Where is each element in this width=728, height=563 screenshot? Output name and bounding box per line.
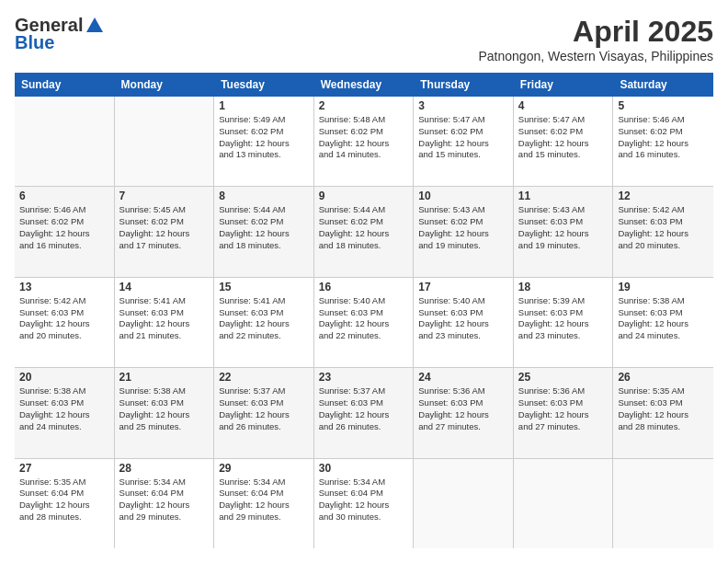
calendar-cell: 2Sunrise: 5:48 AM Sunset: 6:02 PM Daylig… [314, 97, 415, 186]
day-number: 10 [418, 190, 508, 202]
day-info: Sunrise: 5:36 AM Sunset: 6:03 PM Dayligh… [518, 385, 609, 432]
day-info: Sunrise: 5:41 AM Sunset: 6:03 PM Dayligh… [219, 295, 309, 342]
calendar-cell: 5Sunrise: 5:46 AM Sunset: 6:02 PM Daylig… [613, 97, 713, 186]
day-number: 15 [219, 281, 309, 293]
day-number: 2 [319, 99, 409, 112]
calendar-cell: 22Sunrise: 5:37 AM Sunset: 6:03 PM Dayli… [214, 368, 314, 457]
day-number: 5 [618, 99, 709, 112]
day-info: Sunrise: 5:37 AM Sunset: 6:03 PM Dayligh… [219, 385, 309, 432]
day-number: 9 [319, 190, 409, 202]
day-info: Sunrise: 5:43 AM Sunset: 6:02 PM Dayligh… [418, 204, 508, 251]
day-info: Sunrise: 5:42 AM Sunset: 6:03 PM Dayligh… [19, 295, 109, 342]
day-info: Sunrise: 5:44 AM Sunset: 6:02 PM Dayligh… [319, 204, 409, 251]
day-number: 25 [518, 371, 609, 384]
calendar-cell [514, 459, 614, 548]
main-container: General Blue April 2025 Patnongon, Weste… [0, 0, 728, 563]
calendar-cell: 13Sunrise: 5:42 AM Sunset: 6:03 PM Dayli… [15, 278, 115, 367]
calendar-cell: 27Sunrise: 5:35 AM Sunset: 6:04 PM Dayli… [15, 459, 115, 548]
day-number: 16 [319, 281, 409, 293]
day-number: 30 [319, 462, 409, 475]
header-day-thursday: Thursday [414, 73, 514, 97]
calendar-header: SundayMondayTuesdayWednesdayThursdayFrid… [15, 73, 713, 97]
day-info: Sunrise: 5:41 AM Sunset: 6:03 PM Dayligh… [119, 295, 210, 342]
day-info: Sunrise: 5:34 AM Sunset: 6:04 PM Dayligh… [219, 477, 309, 523]
calendar-week-5: 27Sunrise: 5:35 AM Sunset: 6:04 PM Dayli… [15, 459, 713, 548]
calendar-cell [414, 459, 514, 548]
calendar-cell [15, 97, 115, 186]
day-number: 19 [618, 281, 709, 293]
calendar-cell: 10Sunrise: 5:43 AM Sunset: 6:02 PM Dayli… [414, 187, 514, 276]
calendar-cell: 8Sunrise: 5:44 AM Sunset: 6:02 PM Daylig… [214, 187, 314, 276]
day-number: 28 [119, 462, 210, 475]
calendar-cell: 12Sunrise: 5:42 AM Sunset: 6:03 PM Dayli… [613, 187, 713, 276]
day-number: 4 [518, 99, 609, 112]
calendar-cell [613, 459, 713, 548]
calendar-cell: 14Sunrise: 5:41 AM Sunset: 6:03 PM Dayli… [115, 278, 215, 367]
title-block: April 2025 Patnongon, Western Visayas, P… [478, 15, 713, 63]
day-info: Sunrise: 5:43 AM Sunset: 6:03 PM Dayligh… [518, 204, 609, 251]
day-info: Sunrise: 5:40 AM Sunset: 6:03 PM Dayligh… [418, 295, 508, 342]
calendar-cell: 17Sunrise: 5:40 AM Sunset: 6:03 PM Dayli… [414, 278, 514, 367]
day-info: Sunrise: 5:40 AM Sunset: 6:03 PM Dayligh… [319, 295, 409, 342]
day-number: 27 [19, 462, 109, 475]
day-info: Sunrise: 5:37 AM Sunset: 6:03 PM Dayligh… [319, 385, 409, 432]
calendar-cell [115, 97, 215, 186]
calendar-cell: 30Sunrise: 5:34 AM Sunset: 6:04 PM Dayli… [314, 459, 415, 548]
calendar-cell: 28Sunrise: 5:34 AM Sunset: 6:04 PM Dayli… [115, 459, 215, 548]
header-day-tuesday: Tuesday [214, 73, 314, 97]
calendar-cell: 1Sunrise: 5:49 AM Sunset: 6:02 PM Daylig… [214, 97, 314, 186]
calendar-cell: 19Sunrise: 5:38 AM Sunset: 6:03 PM Dayli… [613, 278, 713, 367]
day-info: Sunrise: 5:44 AM Sunset: 6:02 PM Dayligh… [219, 204, 309, 251]
day-info: Sunrise: 5:45 AM Sunset: 6:02 PM Dayligh… [119, 204, 210, 251]
calendar-cell: 15Sunrise: 5:41 AM Sunset: 6:03 PM Dayli… [214, 278, 314, 367]
calendar-body: 1Sunrise: 5:49 AM Sunset: 6:02 PM Daylig… [15, 97, 713, 548]
day-number: 13 [19, 281, 109, 293]
day-info: Sunrise: 5:35 AM Sunset: 6:03 PM Dayligh… [618, 385, 709, 432]
logo-blue: Blue [15, 32, 54, 53]
calendar-cell: 3Sunrise: 5:47 AM Sunset: 6:02 PM Daylig… [414, 97, 514, 186]
header-day-saturday: Saturday [613, 73, 713, 97]
day-info: Sunrise: 5:42 AM Sunset: 6:03 PM Dayligh… [618, 204, 709, 251]
day-info: Sunrise: 5:38 AM Sunset: 6:03 PM Dayligh… [19, 385, 109, 432]
day-number: 29 [219, 462, 309, 475]
day-number: 6 [19, 190, 109, 202]
calendar-cell: 18Sunrise: 5:39 AM Sunset: 6:03 PM Dayli… [514, 278, 614, 367]
day-info: Sunrise: 5:34 AM Sunset: 6:04 PM Dayligh… [319, 477, 409, 523]
day-number: 17 [418, 281, 508, 293]
day-number: 11 [518, 190, 609, 202]
day-number: 26 [618, 371, 709, 384]
day-info: Sunrise: 5:36 AM Sunset: 6:03 PM Dayligh… [418, 385, 508, 432]
calendar-cell: 9Sunrise: 5:44 AM Sunset: 6:02 PM Daylig… [314, 187, 415, 276]
calendar-cell: 23Sunrise: 5:37 AM Sunset: 6:03 PM Dayli… [314, 368, 415, 457]
day-number: 20 [19, 371, 109, 384]
day-info: Sunrise: 5:35 AM Sunset: 6:04 PM Dayligh… [19, 477, 109, 523]
day-info: Sunrise: 5:49 AM Sunset: 6:02 PM Dayligh… [219, 114, 309, 161]
calendar-cell: 24Sunrise: 5:36 AM Sunset: 6:03 PM Dayli… [414, 368, 514, 457]
calendar-cell: 11Sunrise: 5:43 AM Sunset: 6:03 PM Dayli… [514, 187, 614, 276]
header: General Blue April 2025 Patnongon, Weste… [15, 15, 713, 63]
calendar-cell: 21Sunrise: 5:38 AM Sunset: 6:03 PM Dayli… [115, 368, 215, 457]
calendar-cell: 16Sunrise: 5:40 AM Sunset: 6:03 PM Dayli… [314, 278, 415, 367]
logo: General Blue [15, 15, 105, 53]
calendar: SundayMondayTuesdayWednesdayThursdayFrid… [15, 73, 713, 548]
calendar-cell: 6Sunrise: 5:46 AM Sunset: 6:02 PM Daylig… [15, 187, 115, 276]
calendar-cell: 26Sunrise: 5:35 AM Sunset: 6:03 PM Dayli… [613, 368, 713, 457]
day-info: Sunrise: 5:38 AM Sunset: 6:03 PM Dayligh… [618, 295, 709, 342]
day-number: 1 [219, 99, 309, 112]
day-number: 22 [219, 371, 309, 384]
svg-marker-0 [86, 17, 103, 32]
calendar-cell: 4Sunrise: 5:47 AM Sunset: 6:02 PM Daylig… [514, 97, 614, 186]
header-day-monday: Monday [115, 73, 215, 97]
day-number: 24 [418, 371, 508, 384]
calendar-cell: 29Sunrise: 5:34 AM Sunset: 6:04 PM Dayli… [214, 459, 314, 548]
day-number: 12 [618, 190, 709, 202]
day-number: 7 [119, 190, 210, 202]
day-number: 18 [518, 281, 609, 293]
calendar-week-3: 13Sunrise: 5:42 AM Sunset: 6:03 PM Dayli… [15, 278, 713, 368]
month-title: April 2025 [478, 15, 713, 49]
day-info: Sunrise: 5:48 AM Sunset: 6:02 PM Dayligh… [319, 114, 409, 161]
header-day-sunday: Sunday [15, 73, 115, 97]
calendar-cell: 7Sunrise: 5:45 AM Sunset: 6:02 PM Daylig… [115, 187, 215, 276]
calendar-week-1: 1Sunrise: 5:49 AM Sunset: 6:02 PM Daylig… [15, 97, 713, 187]
header-day-friday: Friday [514, 73, 614, 97]
